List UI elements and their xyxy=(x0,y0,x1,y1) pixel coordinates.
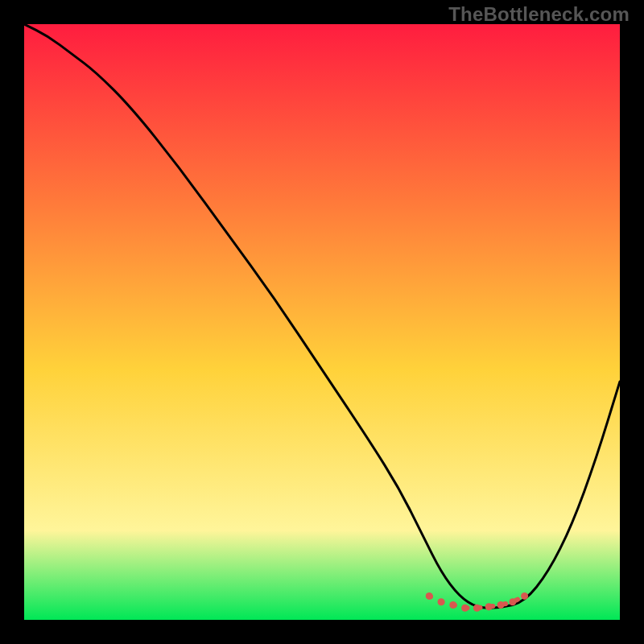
optimal-range-dot xyxy=(521,592,528,600)
optimal-range-dot xyxy=(438,598,445,605)
optimal-range-dot xyxy=(426,592,433,600)
optimal-range-dot xyxy=(485,603,493,610)
optimal-range-dot xyxy=(497,601,505,609)
chart-svg xyxy=(24,24,620,620)
chart-frame: TheBottleneck.com xyxy=(0,0,644,644)
optimal-range-dot xyxy=(473,605,481,612)
optimal-range-dot xyxy=(449,601,456,609)
chart-plot-area xyxy=(24,24,620,620)
watermark-text: TheBottleneck.com xyxy=(448,3,630,26)
optimal-range-dot xyxy=(509,598,516,605)
optimal-range-dot xyxy=(461,605,469,612)
gradient-background xyxy=(24,24,620,620)
